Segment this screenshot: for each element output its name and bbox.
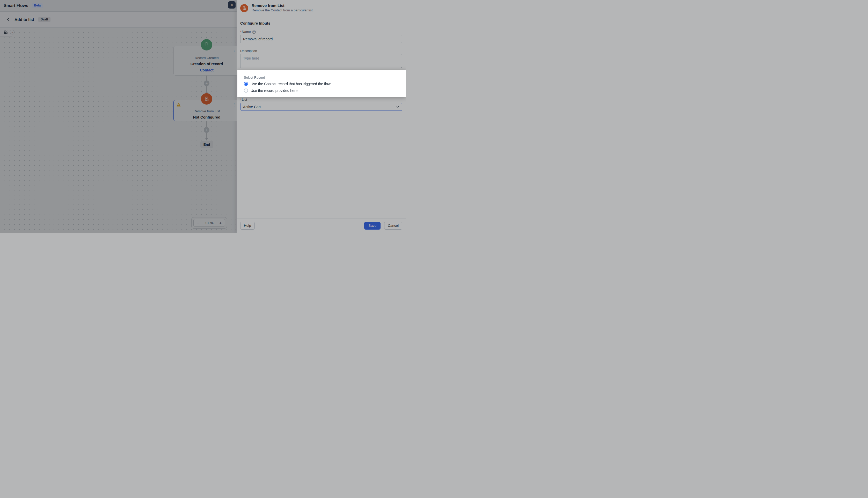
description-field-label: Description [240, 49, 402, 53]
list-select-dropdown[interactable]: Active Cart [240, 103, 402, 111]
name-field-label: *Name ? [240, 30, 402, 34]
drawer-footer: Help Save Cancel [237, 218, 406, 233]
required-asterisk: * [240, 30, 241, 34]
drawer-body: Configure Inputs *Name ? Description Sel… [237, 16, 406, 218]
radio-option-provided-record[interactable]: Use the record provided here [244, 89, 402, 93]
help-tooltip-icon[interactable]: ? [252, 30, 256, 34]
configure-inputs-heading: Configure Inputs [240, 21, 402, 25]
required-asterisk: * [240, 97, 241, 102]
remove-from-list-icon [240, 4, 248, 12]
main-area: Smart Flows Beta Add to list Draft [0, 0, 237, 233]
radio-option-label: Use the Contact record that has triggere… [251, 82, 331, 86]
drawer-backdrop [0, 0, 237, 233]
description-textarea[interactable] [240, 54, 402, 68]
drawer-title: Remove from List [252, 3, 314, 8]
chevron-down-icon [396, 105, 399, 109]
help-button[interactable]: Help [240, 222, 255, 230]
select-record-label: Select Record [244, 76, 402, 79]
drawer-header: Remove from List Remove the Contact from… [237, 0, 406, 16]
radio-option-trigger-record[interactable]: Use the Contact record that has triggere… [244, 82, 402, 86]
label-text: *Name [240, 30, 251, 34]
save-button[interactable]: Save [364, 222, 381, 230]
label-text: *List [240, 97, 247, 102]
description-textarea-wrap [240, 54, 402, 68]
drawer-header-text: Remove from List Remove the Contact from… [252, 3, 314, 13]
drawer-subtitle: Remove the Contact from a particular lis… [252, 8, 314, 13]
select-record-section: Select Record Use the Contact record tha… [237, 70, 406, 97]
smart-flows-app: Smart Flows Beta Add to list Draft [0, 0, 406, 233]
list-selected-value: Active Cart [243, 105, 261, 109]
radio-unselected-icon[interactable] [244, 89, 248, 93]
radio-option-label: Use the record provided here [251, 89, 298, 93]
list-field-label: *List [240, 97, 402, 102]
name-input[interactable] [240, 35, 402, 43]
config-drawer: ✕ Remove from List Remove the Contact fr… [237, 0, 406, 233]
label-text: Description [240, 49, 257, 53]
radio-selected-icon[interactable] [244, 82, 248, 86]
cancel-button[interactable]: Cancel [384, 222, 402, 230]
